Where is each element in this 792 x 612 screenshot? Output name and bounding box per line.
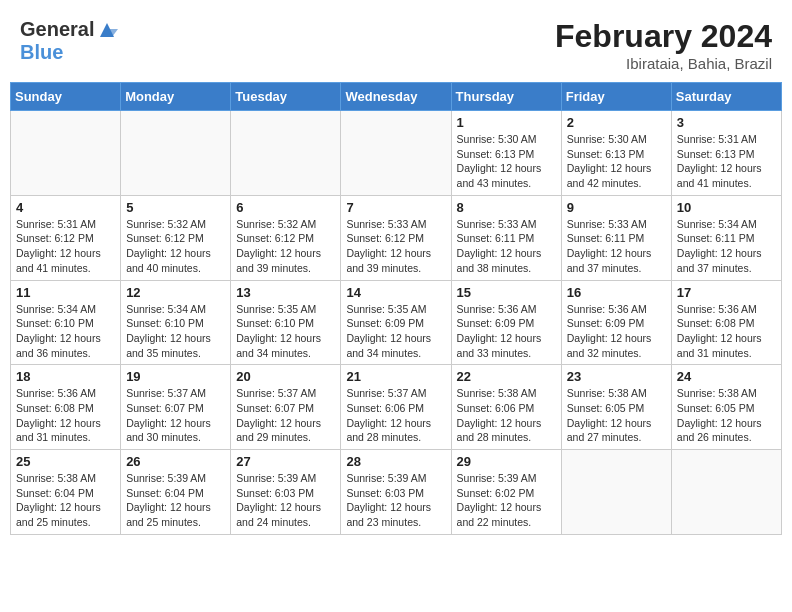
calendar-cell: 22Sunrise: 5:38 AM Sunset: 6:06 PM Dayli… bbox=[451, 365, 561, 450]
day-number: 9 bbox=[567, 200, 666, 215]
day-info: Sunrise: 5:33 AM Sunset: 6:11 PM Dayligh… bbox=[457, 217, 556, 276]
day-number: 10 bbox=[677, 200, 776, 215]
calendar-cell: 9Sunrise: 5:33 AM Sunset: 6:11 PM Daylig… bbox=[561, 195, 671, 280]
day-info: Sunrise: 5:38 AM Sunset: 6:05 PM Dayligh… bbox=[677, 386, 776, 445]
day-info: Sunrise: 5:32 AM Sunset: 6:12 PM Dayligh… bbox=[236, 217, 335, 276]
day-info: Sunrise: 5:36 AM Sunset: 6:09 PM Dayligh… bbox=[567, 302, 666, 361]
calendar-cell: 16Sunrise: 5:36 AM Sunset: 6:09 PM Dayli… bbox=[561, 280, 671, 365]
day-info: Sunrise: 5:38 AM Sunset: 6:06 PM Dayligh… bbox=[457, 386, 556, 445]
day-number: 5 bbox=[126, 200, 225, 215]
calendar-cell: 23Sunrise: 5:38 AM Sunset: 6:05 PM Dayli… bbox=[561, 365, 671, 450]
day-number: 15 bbox=[457, 285, 556, 300]
calendar-cell: 1Sunrise: 5:30 AM Sunset: 6:13 PM Daylig… bbox=[451, 111, 561, 196]
day-info: Sunrise: 5:31 AM Sunset: 6:12 PM Dayligh… bbox=[16, 217, 115, 276]
day-number: 2 bbox=[567, 115, 666, 130]
day-info: Sunrise: 5:37 AM Sunset: 6:06 PM Dayligh… bbox=[346, 386, 445, 445]
page-header: General Blue February 2024 Ibirataia, Ba… bbox=[10, 10, 782, 76]
calendar-cell: 19Sunrise: 5:37 AM Sunset: 6:07 PM Dayli… bbox=[121, 365, 231, 450]
calendar-cell bbox=[341, 111, 451, 196]
day-number: 29 bbox=[457, 454, 556, 469]
calendar-cell: 11Sunrise: 5:34 AM Sunset: 6:10 PM Dayli… bbox=[11, 280, 121, 365]
calendar-week-row: 4Sunrise: 5:31 AM Sunset: 6:12 PM Daylig… bbox=[11, 195, 782, 280]
calendar-header: SundayMondayTuesdayWednesdayThursdayFrid… bbox=[11, 83, 782, 111]
weekday-header-friday: Friday bbox=[561, 83, 671, 111]
weekday-header-tuesday: Tuesday bbox=[231, 83, 341, 111]
weekday-header-sunday: Sunday bbox=[11, 83, 121, 111]
day-number: 4 bbox=[16, 200, 115, 215]
day-info: Sunrise: 5:34 AM Sunset: 6:10 PM Dayligh… bbox=[126, 302, 225, 361]
logo-blue-text: Blue bbox=[20, 41, 63, 63]
calendar-cell: 14Sunrise: 5:35 AM Sunset: 6:09 PM Dayli… bbox=[341, 280, 451, 365]
month-year-title: February 2024 bbox=[555, 18, 772, 55]
day-info: Sunrise: 5:32 AM Sunset: 6:12 PM Dayligh… bbox=[126, 217, 225, 276]
calendar-cell bbox=[11, 111, 121, 196]
calendar-cell: 10Sunrise: 5:34 AM Sunset: 6:11 PM Dayli… bbox=[671, 195, 781, 280]
weekday-header-wednesday: Wednesday bbox=[341, 83, 451, 111]
weekday-header-thursday: Thursday bbox=[451, 83, 561, 111]
day-info: Sunrise: 5:38 AM Sunset: 6:04 PM Dayligh… bbox=[16, 471, 115, 530]
day-info: Sunrise: 5:33 AM Sunset: 6:11 PM Dayligh… bbox=[567, 217, 666, 276]
day-info: Sunrise: 5:34 AM Sunset: 6:11 PM Dayligh… bbox=[677, 217, 776, 276]
day-number: 12 bbox=[126, 285, 225, 300]
day-number: 27 bbox=[236, 454, 335, 469]
calendar-cell: 18Sunrise: 5:36 AM Sunset: 6:08 PM Dayli… bbox=[11, 365, 121, 450]
day-number: 23 bbox=[567, 369, 666, 384]
day-info: Sunrise: 5:37 AM Sunset: 6:07 PM Dayligh… bbox=[236, 386, 335, 445]
day-info: Sunrise: 5:35 AM Sunset: 6:10 PM Dayligh… bbox=[236, 302, 335, 361]
calendar-cell: 24Sunrise: 5:38 AM Sunset: 6:05 PM Dayli… bbox=[671, 365, 781, 450]
calendar-cell: 4Sunrise: 5:31 AM Sunset: 6:12 PM Daylig… bbox=[11, 195, 121, 280]
day-info: Sunrise: 5:36 AM Sunset: 6:08 PM Dayligh… bbox=[677, 302, 776, 361]
day-info: Sunrise: 5:34 AM Sunset: 6:10 PM Dayligh… bbox=[16, 302, 115, 361]
logo-icon bbox=[96, 19, 118, 41]
calendar-week-row: 1Sunrise: 5:30 AM Sunset: 6:13 PM Daylig… bbox=[11, 111, 782, 196]
calendar-cell bbox=[671, 450, 781, 535]
calendar-cell: 3Sunrise: 5:31 AM Sunset: 6:13 PM Daylig… bbox=[671, 111, 781, 196]
day-info: Sunrise: 5:39 AM Sunset: 6:04 PM Dayligh… bbox=[126, 471, 225, 530]
day-number: 11 bbox=[16, 285, 115, 300]
weekday-row: SundayMondayTuesdayWednesdayThursdayFrid… bbox=[11, 83, 782, 111]
day-info: Sunrise: 5:36 AM Sunset: 6:08 PM Dayligh… bbox=[16, 386, 115, 445]
logo-general-text: General bbox=[20, 18, 94, 41]
calendar-cell: 7Sunrise: 5:33 AM Sunset: 6:12 PM Daylig… bbox=[341, 195, 451, 280]
calendar-body: 1Sunrise: 5:30 AM Sunset: 6:13 PM Daylig… bbox=[11, 111, 782, 535]
calendar-week-row: 11Sunrise: 5:34 AM Sunset: 6:10 PM Dayli… bbox=[11, 280, 782, 365]
calendar-cell: 21Sunrise: 5:37 AM Sunset: 6:06 PM Dayli… bbox=[341, 365, 451, 450]
day-number: 14 bbox=[346, 285, 445, 300]
calendar-table: SundayMondayTuesdayWednesdayThursdayFrid… bbox=[10, 82, 782, 535]
day-number: 25 bbox=[16, 454, 115, 469]
day-info: Sunrise: 5:30 AM Sunset: 6:13 PM Dayligh… bbox=[457, 132, 556, 191]
day-info: Sunrise: 5:30 AM Sunset: 6:13 PM Dayligh… bbox=[567, 132, 666, 191]
calendar-cell: 20Sunrise: 5:37 AM Sunset: 6:07 PM Dayli… bbox=[231, 365, 341, 450]
calendar-cell: 15Sunrise: 5:36 AM Sunset: 6:09 PM Dayli… bbox=[451, 280, 561, 365]
day-number: 18 bbox=[16, 369, 115, 384]
calendar-cell bbox=[121, 111, 231, 196]
day-number: 6 bbox=[236, 200, 335, 215]
day-number: 17 bbox=[677, 285, 776, 300]
day-number: 22 bbox=[457, 369, 556, 384]
day-info: Sunrise: 5:39 AM Sunset: 6:03 PM Dayligh… bbox=[346, 471, 445, 530]
calendar-week-row: 25Sunrise: 5:38 AM Sunset: 6:04 PM Dayli… bbox=[11, 450, 782, 535]
day-info: Sunrise: 5:36 AM Sunset: 6:09 PM Dayligh… bbox=[457, 302, 556, 361]
day-number: 28 bbox=[346, 454, 445, 469]
calendar-cell: 26Sunrise: 5:39 AM Sunset: 6:04 PM Dayli… bbox=[121, 450, 231, 535]
day-number: 19 bbox=[126, 369, 225, 384]
calendar-week-row: 18Sunrise: 5:36 AM Sunset: 6:08 PM Dayli… bbox=[11, 365, 782, 450]
day-info: Sunrise: 5:38 AM Sunset: 6:05 PM Dayligh… bbox=[567, 386, 666, 445]
day-info: Sunrise: 5:39 AM Sunset: 6:03 PM Dayligh… bbox=[236, 471, 335, 530]
day-number: 1 bbox=[457, 115, 556, 130]
day-info: Sunrise: 5:35 AM Sunset: 6:09 PM Dayligh… bbox=[346, 302, 445, 361]
day-number: 20 bbox=[236, 369, 335, 384]
day-number: 26 bbox=[126, 454, 225, 469]
calendar-cell: 29Sunrise: 5:39 AM Sunset: 6:02 PM Dayli… bbox=[451, 450, 561, 535]
calendar-cell bbox=[561, 450, 671, 535]
title-section: February 2024 Ibirataia, Bahia, Brazil bbox=[555, 18, 772, 72]
calendar-cell: 17Sunrise: 5:36 AM Sunset: 6:08 PM Dayli… bbox=[671, 280, 781, 365]
day-info: Sunrise: 5:31 AM Sunset: 6:13 PM Dayligh… bbox=[677, 132, 776, 191]
logo: General Blue bbox=[20, 18, 118, 64]
calendar-cell: 5Sunrise: 5:32 AM Sunset: 6:12 PM Daylig… bbox=[121, 195, 231, 280]
calendar-cell: 25Sunrise: 5:38 AM Sunset: 6:04 PM Dayli… bbox=[11, 450, 121, 535]
day-number: 8 bbox=[457, 200, 556, 215]
weekday-header-saturday: Saturday bbox=[671, 83, 781, 111]
day-number: 7 bbox=[346, 200, 445, 215]
calendar-cell: 27Sunrise: 5:39 AM Sunset: 6:03 PM Dayli… bbox=[231, 450, 341, 535]
